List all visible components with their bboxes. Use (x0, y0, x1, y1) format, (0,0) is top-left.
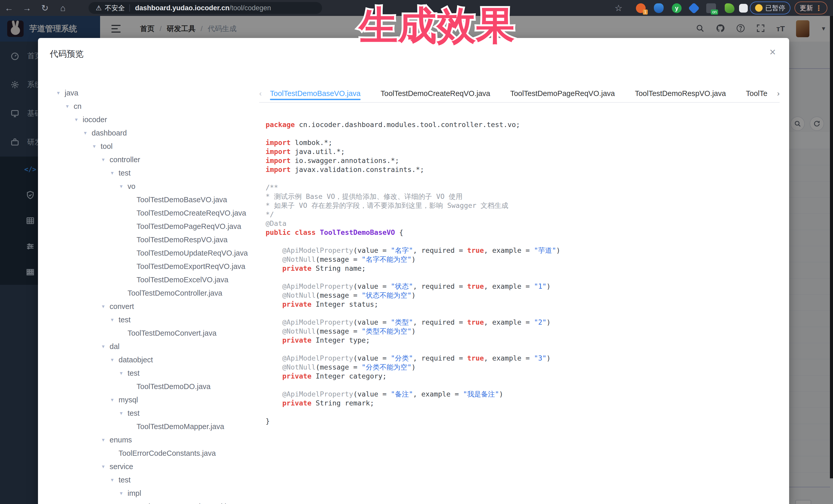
tree-node[interactable]: ▾test (57, 313, 252, 327)
caret-down-icon[interactable]: ▾ (75, 117, 82, 123)
tree-node[interactable]: ToolTestDemoRespVO.java (57, 233, 252, 246)
browser-forward-button[interactable]: → (18, 0, 36, 16)
browser-back-button[interactable]: ← (0, 0, 18, 16)
caret-down-icon[interactable]: ▾ (93, 143, 101, 149)
tree-node-label: ToolTestDemoPageReqVO.java (137, 222, 241, 231)
tabs-prev-icon[interactable]: ‹ (259, 87, 270, 100)
tree-node[interactable]: ToolTestDemoPageReqVO.java (57, 220, 252, 233)
divider (129, 4, 130, 11)
tree-node[interactable]: ▾tool (57, 140, 252, 153)
browser-menu-icon[interactable]: ⋮ (815, 4, 822, 12)
close-icon[interactable]: × (769, 47, 776, 57)
caret-down-icon[interactable]: ▾ (111, 477, 119, 483)
browser-reload-button[interactable]: ↻ (36, 0, 54, 16)
tab-ToolTe[interactable]: ToolTe (746, 87, 767, 100)
code-line (266, 309, 779, 318)
tree-node[interactable]: ▾convert (57, 300, 252, 313)
tree-node[interactable]: ToolTestDemoBaseVO.java (57, 193, 252, 206)
tree-node[interactable]: ▾dal (57, 340, 252, 353)
tree-node[interactable]: ▾vo (57, 179, 252, 193)
tab-ToolTestDemoRespVO.java[interactable]: ToolTestDemoRespVO.java (635, 87, 726, 100)
extension-icon[interactable] (654, 3, 664, 13)
tree-node-label: controller (110, 155, 140, 164)
caret-down-icon[interactable]: ▾ (111, 357, 119, 363)
tree-node[interactable]: ▾test (57, 407, 252, 420)
tree-node-label: mysql (119, 396, 138, 404)
tree-node-label: vo (127, 182, 136, 191)
tree-node[interactable]: ToolTestDemoExportReqVO.java (57, 260, 252, 273)
caret-down-icon[interactable]: ▾ (102, 343, 110, 350)
update-label: 更新 (800, 4, 813, 13)
tab-ToolTestDemoCreateReqVO.java[interactable]: ToolTestDemoCreateReqVO.java (381, 87, 490, 100)
browser-home-button[interactable]: ⌂ (54, 0, 72, 16)
tree-node-label: ToolTestDemoConvert.java (127, 329, 217, 337)
tree-node[interactable]: ToolTestDemoConvert.java (57, 327, 252, 340)
tab-ToolTestDemoBaseVO.java[interactable]: ToolTestDemoBaseVO.java (270, 87, 361, 100)
tree-node-label: convert (110, 302, 134, 311)
tab-ToolTestDemoPageReqVO.java[interactable]: ToolTestDemoPageReqVO.java (510, 87, 615, 100)
caret-down-icon[interactable]: ▾ (102, 157, 110, 163)
code-line (266, 237, 779, 246)
tree-node[interactable]: ▾controller (57, 153, 252, 166)
extension-icon[interactable]: 1 (636, 3, 646, 13)
tree-node-label: java (65, 89, 78, 97)
caret-down-icon[interactable]: ▾ (66, 103, 74, 109)
extension-icon[interactable]: on (706, 3, 716, 13)
tree-node[interactable]: ▾iocoder (57, 113, 252, 126)
tree-node[interactable]: ToolTestDemoDO.java (57, 380, 252, 393)
tree-node[interactable]: ToolTestDemoServiceImpl.java (57, 500, 252, 504)
code-line: * 如果子 VO 存在差异的字段，请不要添加到这里，影响 Swagger 文档生… (266, 201, 779, 210)
tree-node[interactable]: ToolTestDemoUpdateReqVO.java (57, 246, 252, 260)
extension-icon[interactable] (688, 2, 699, 14)
bookmark-star-icon[interactable]: ☆ (615, 0, 622, 16)
caret-down-icon[interactable]: ▾ (120, 370, 127, 376)
tree-node[interactable]: ToolTestDemoCreateReqVO.java (57, 206, 252, 220)
tree-node[interactable]: ▾test (57, 366, 252, 380)
tree-node-label: test (119, 169, 130, 177)
tree-node[interactable]: ▾service (57, 460, 252, 473)
caret-down-icon[interactable]: ▾ (111, 317, 119, 323)
tree-node-label: ToolTestDemoExportReqVO.java (137, 262, 245, 271)
code-line: @ApiModelProperty(value = "类型", required… (266, 318, 779, 327)
caret-down-icon[interactable]: ▾ (102, 437, 110, 443)
caret-down-icon[interactable]: ▾ (120, 183, 127, 189)
address-bar[interactable]: ⚠ 不安全 dashboard.yudao.iocoder.cn/tool/co… (89, 2, 322, 14)
tree-node[interactable]: ▾test (57, 166, 252, 179)
code-line: @NotNull(message = "分类不能为空") (266, 363, 779, 371)
puzzle-extensions-icon[interactable] (739, 4, 748, 13)
tree-node[interactable]: ▾java (57, 86, 252, 100)
profile-paused-pill[interactable]: 已暂停 (750, 2, 790, 15)
extension-letter: y (675, 5, 678, 11)
caret-down-icon[interactable]: ▾ (102, 463, 110, 470)
tree-node[interactable]: ToolTestDemoMapper.java (57, 420, 252, 433)
tree-node[interactable]: ▾dashboard (57, 126, 252, 140)
extension-icon[interactable] (725, 3, 735, 13)
tree-node[interactable]: ▾mysql (57, 393, 252, 407)
code-line: import javax.validation.constraints.*; (266, 165, 779, 174)
tabs-next-icon[interactable]: › (769, 87, 780, 100)
caret-down-icon[interactable]: ▾ (57, 90, 65, 96)
code-line: private String name; (266, 264, 779, 273)
tree-node[interactable]: ToolErrorCodeConstants.java (57, 447, 252, 460)
tree-node[interactable]: ▾dataobject (57, 353, 252, 366)
tree-node[interactable]: ▾cn (57, 100, 252, 113)
tree-node[interactable]: ▾enums (57, 433, 252, 447)
tree-node-label: enums (110, 436, 132, 444)
caret-down-icon[interactable]: ▾ (102, 303, 110, 310)
extension-icon[interactable]: y (672, 3, 682, 13)
tree-node-label: ToolTestDemoUpdateReqVO.java (137, 249, 248, 257)
code-line: @ApiModelProperty(value = "状态", required… (266, 282, 779, 291)
caret-down-icon[interactable]: ▾ (111, 170, 119, 176)
tree-node-label: service (110, 462, 133, 471)
tree-node[interactable]: ToolTestDemoController.java (57, 286, 252, 300)
caret-down-icon[interactable]: ▾ (84, 130, 92, 136)
tree-node-label: ToolTestDemoMapper.java (137, 423, 224, 431)
caret-down-icon[interactable]: ▾ (120, 490, 127, 496)
caret-down-icon[interactable]: ▾ (120, 410, 127, 416)
tree-node[interactable]: ▾impl (57, 486, 252, 500)
tree-node[interactable]: ToolTestDemoExcelVO.java (57, 273, 252, 286)
tree-node[interactable]: ▾test (57, 473, 252, 486)
browser-update-button[interactable]: 更新 ⋮ (794, 2, 827, 15)
caret-down-icon[interactable]: ▾ (111, 397, 119, 403)
security-label[interactable]: 不安全 (105, 4, 125, 13)
